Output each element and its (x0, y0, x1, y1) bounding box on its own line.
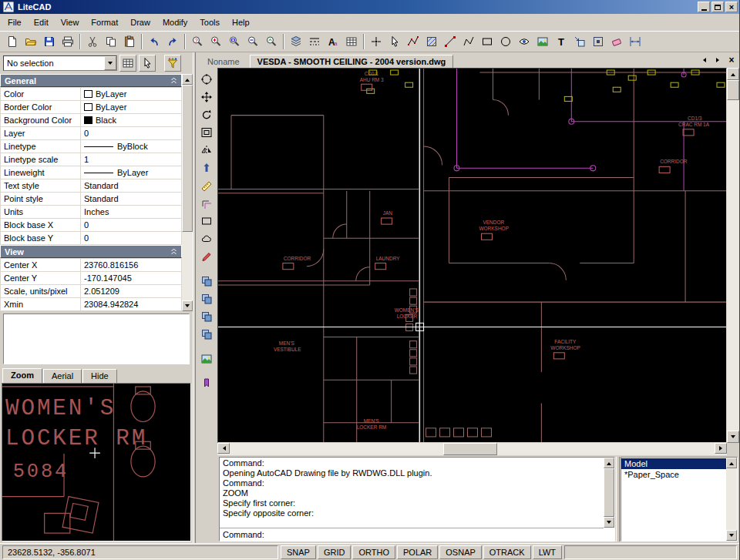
properties-scrollbar[interactable] (182, 74, 193, 311)
paste-button[interactable] (120, 32, 139, 51)
ortho-toggle[interactable]: ORTHO (352, 545, 395, 559)
grid-select-button[interactable] (119, 55, 136, 72)
menu-modify[interactable]: Modify (156, 15, 193, 29)
image-button[interactable] (533, 32, 552, 51)
scrollbar-track[interactable] (230, 443, 715, 455)
preview-tab-hide[interactable]: Hide (82, 369, 117, 383)
scroll-up-button[interactable] (182, 74, 193, 85)
circle-button[interactable] (496, 32, 515, 51)
redo-button[interactable] (163, 32, 182, 51)
scroll-down-button[interactable] (182, 300, 193, 311)
scrollbar-thumb[interactable] (604, 468, 614, 517)
polyline-button[interactable] (459, 32, 478, 51)
polyline-pick-button[interactable] (404, 32, 422, 51)
property-row[interactable]: Text styleStandard (1, 179, 182, 193)
tab-scroll-right-button[interactable] (713, 55, 722, 65)
offset-button[interactable] (197, 194, 216, 212)
paste-entities-button[interactable] (197, 307, 216, 325)
property-row[interactable]: ColorByLayer (1, 88, 182, 101)
collapse-icon[interactable] (170, 248, 177, 255)
scroll-down-button[interactable] (726, 530, 737, 541)
pointer-select-button[interactable] (139, 55, 156, 72)
scrollbar-thumb[interactable] (443, 443, 497, 455)
general-panel-header[interactable]: General (0, 74, 182, 87)
lwt-toggle[interactable]: LWT (533, 545, 562, 559)
command-splitter[interactable] (616, 457, 620, 542)
polar-toggle[interactable]: POLAR (397, 545, 438, 559)
line-button[interactable] (441, 32, 459, 51)
menu-file[interactable]: File (2, 15, 28, 29)
copy-with-basepoint-button[interactable] (197, 290, 216, 307)
paste-as-block-button[interactable] (197, 325, 216, 343)
zoom-question-button[interactable] (188, 32, 207, 51)
property-row[interactable]: UnitsInches (1, 206, 182, 219)
property-row[interactable]: Linetype scale1 (1, 153, 182, 166)
copy-button[interactable] (102, 32, 120, 51)
close-button[interactable]: × (725, 2, 738, 12)
layout-item[interactable]: *Paper_Space (621, 469, 726, 480)
new-button[interactable] (3, 32, 22, 51)
layers-button[interactable] (287, 32, 305, 51)
minimize-button[interactable] (698, 2, 710, 12)
dropdown-arrow-button[interactable] (104, 56, 116, 70)
zoom-in-button[interactable] (207, 32, 225, 51)
open-button[interactable] (22, 32, 40, 51)
table-button[interactable] (342, 32, 361, 51)
cut-button[interactable] (83, 32, 102, 51)
property-row[interactable]: Center X23760.816156 (1, 259, 182, 272)
property-row[interactable]: LineweightByLayer (1, 166, 182, 179)
print-button[interactable] (59, 32, 77, 51)
linetype-button[interactable] (305, 32, 324, 51)
drawing-canvas[interactable]: CD1/1AHU RM 3CD1/3CRAC RM 1ACORRIDORVEND… (217, 68, 727, 443)
insert-block-button[interactable] (570, 32, 589, 51)
command-scrollbar[interactable] (604, 458, 614, 528)
command-window[interactable]: Command:Opening AutoCAD Drawing file by … (219, 457, 615, 542)
view-panel-header[interactable]: View (0, 245, 182, 258)
filter-button[interactable] (164, 55, 181, 72)
save-button[interactable] (40, 32, 59, 51)
menu-edit[interactable]: Edit (28, 15, 55, 29)
grid-toggle[interactable]: GRID (318, 545, 352, 559)
title-bar[interactable]: LiteCAD × (0, 0, 739, 14)
make-block-button[interactable] (589, 32, 607, 51)
rectangle-button[interactable] (478, 32, 496, 51)
document-tab[interactable]: VESDA - SMOOTH CEILING - 2004 version.dw… (250, 55, 454, 68)
snap-toggle[interactable]: SNAP (281, 545, 316, 559)
named-view-button[interactable] (197, 374, 216, 392)
undo-button[interactable] (145, 32, 163, 51)
insert-image-button[interactable] (197, 350, 216, 367)
preview-tab-zoom[interactable]: Zoom (2, 368, 42, 383)
pick-button[interactable] (385, 32, 404, 51)
property-row[interactable]: Xmin23084.942824 (1, 298, 182, 311)
menu-view[interactable]: View (55, 15, 86, 29)
scrollbar-thumb[interactable] (182, 85, 193, 232)
copy-entities-button[interactable] (197, 272, 216, 290)
erase-button[interactable] (607, 32, 626, 51)
selection-dropdown[interactable]: No selection (3, 55, 117, 71)
point-button[interactable] (367, 32, 385, 51)
horizontal-scrollbar[interactable] (217, 443, 739, 455)
measure-button[interactable] (197, 176, 216, 194)
rotate-view-button[interactable] (197, 106, 216, 123)
property-row[interactable]: Center Y-170.147045 (1, 272, 182, 285)
property-row[interactable]: Point styleStandard (1, 193, 182, 206)
otrack-toggle[interactable]: OTRACK (483, 545, 531, 559)
scroll-right-button[interactable] (715, 443, 727, 454)
redline-button[interactable] (197, 247, 216, 265)
property-row[interactable]: Background ColorBlack (1, 114, 182, 127)
zoom-dynamic-button[interactable] (262, 32, 281, 51)
property-row[interactable]: Scale, units/pixel2.051209 (1, 285, 182, 298)
draw-rectangle-button[interactable] (197, 212, 216, 230)
command-prompt[interactable]: Command: (220, 528, 614, 541)
menu-tools[interactable]: Tools (193, 15, 226, 29)
menu-draw[interactable]: Draw (124, 15, 156, 29)
scroll-up-button[interactable] (727, 68, 739, 80)
scroll-up-button[interactable] (604, 458, 614, 468)
zoom-out-button[interactable] (244, 32, 262, 51)
mirror-button[interactable] (197, 141, 216, 159)
menu-format[interactable]: Format (85, 15, 124, 29)
menu-help[interactable]: Help (226, 15, 256, 29)
zoom-window-button[interactable] (225, 32, 244, 51)
scrollbar-thumb[interactable] (727, 80, 739, 100)
scroll-up-button[interactable] (726, 458, 737, 468)
